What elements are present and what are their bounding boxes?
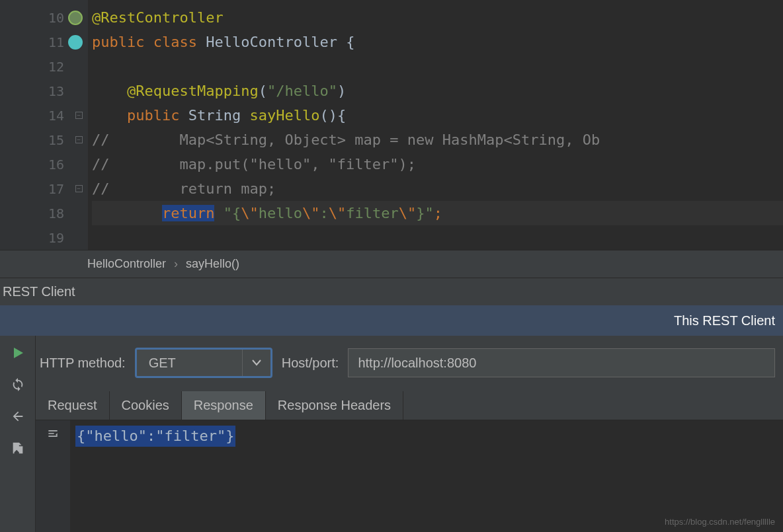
wrap-icon[interactable] bbox=[46, 427, 60, 440]
line-number: 17 bbox=[0, 176, 64, 201]
line-number: 14 bbox=[0, 103, 64, 128]
http-method-value: GET bbox=[137, 350, 243, 376]
code-line[interactable]: // map.put("hello", "filter"); bbox=[92, 152, 783, 176]
code-line[interactable] bbox=[92, 54, 783, 79]
response-text: {"hello":"filter"} bbox=[75, 426, 235, 447]
panel-title[interactable]: REST Client bbox=[0, 278, 783, 305]
code-line[interactable]: public String sayHello(){ bbox=[92, 103, 783, 128]
code-line[interactable]: return "{\"hello\":\"filter\"}"; bbox=[92, 201, 783, 225]
line-number: 11 bbox=[0, 30, 64, 54]
code-line[interactable]: // Map<String, Object> map = new HashMap… bbox=[92, 128, 783, 152]
response-content[interactable]: {"hello":"filter"} bbox=[70, 420, 783, 532]
rest-client-panel: HTTP method: GET Host/port: http://local… bbox=[0, 336, 783, 532]
code-editor[interactable]: 10111213141516171819 −−− @RestController… bbox=[0, 0, 783, 250]
fold-marker bbox=[69, 54, 88, 79]
refresh-icon[interactable] bbox=[10, 377, 26, 393]
code-content[interactable]: @RestControllerpublic class HelloControl… bbox=[88, 0, 783, 250]
run-icon[interactable] bbox=[10, 345, 26, 361]
fold-marker[interactable]: − bbox=[69, 103, 88, 128]
fold-marker[interactable]: − bbox=[69, 176, 88, 201]
line-number-gutter: 10111213141516171819 bbox=[0, 0, 69, 250]
host-port-value: http://localhost:8080 bbox=[358, 356, 476, 371]
client-main: HTTP method: GET Host/port: http://local… bbox=[36, 336, 783, 532]
line-number: 13 bbox=[0, 79, 64, 103]
tab-cookies[interactable]: Cookies bbox=[110, 391, 182, 420]
request-row: HTTP method: GET Host/port: http://local… bbox=[36, 336, 783, 391]
line-number: 10 bbox=[0, 5, 64, 30]
chevron-down-icon[interactable] bbox=[243, 350, 270, 376]
tab-response-headers[interactable]: Response Headers bbox=[266, 391, 403, 420]
fold-marker[interactable]: − bbox=[69, 128, 88, 152]
export-icon[interactable] bbox=[10, 440, 26, 456]
breadcrumb-method[interactable]: sayHello() bbox=[186, 257, 239, 271]
line-number: 15 bbox=[0, 128, 64, 152]
notice-bar: This REST Client bbox=[0, 305, 783, 336]
code-line[interactable] bbox=[92, 225, 783, 250]
breadcrumb-separator: › bbox=[174, 257, 178, 271]
host-port-input[interactable]: http://localhost:8080 bbox=[348, 348, 775, 377]
http-method-select[interactable]: GET bbox=[135, 348, 272, 378]
line-number: 12 bbox=[0, 54, 64, 79]
fold-marker bbox=[69, 79, 88, 103]
watermark: https://blog.csdn.net/fengllllle bbox=[665, 517, 775, 527]
line-number: 16 bbox=[0, 152, 64, 176]
notice-text: This REST Client bbox=[674, 313, 775, 328]
code-line[interactable]: @RestController bbox=[92, 5, 783, 30]
panel-title-text: REST Client bbox=[3, 284, 75, 299]
line-number: 18 bbox=[0, 201, 64, 225]
breadcrumb-class[interactable]: HelloController bbox=[87, 257, 166, 271]
fold-marker bbox=[69, 225, 88, 250]
response-body: {"hello":"filter"} bbox=[36, 420, 783, 532]
response-gutter bbox=[36, 420, 70, 532]
host-label: Host/port: bbox=[282, 356, 339, 371]
tab-request[interactable]: Request bbox=[36, 391, 110, 420]
breadcrumb[interactable]: HelloController › sayHello() bbox=[0, 250, 783, 278]
fold-marker bbox=[69, 152, 88, 176]
code-line[interactable]: public class HelloController { bbox=[92, 30, 783, 54]
class-icon[interactable] bbox=[68, 35, 83, 50]
tab-response[interactable]: Response bbox=[182, 391, 266, 420]
check-icon[interactable] bbox=[68, 11, 83, 25]
code-line[interactable]: @RequestMapping("/hello") bbox=[92, 79, 783, 103]
back-icon[interactable] bbox=[10, 408, 26, 424]
method-label: HTTP method: bbox=[40, 356, 126, 371]
icon-rail bbox=[0, 336, 36, 532]
code-line[interactable]: // return map; bbox=[92, 176, 783, 201]
response-tabs: RequestCookiesResponseResponse Headers bbox=[36, 391, 783, 420]
fold-marker bbox=[69, 201, 88, 225]
line-number: 19 bbox=[0, 225, 64, 250]
